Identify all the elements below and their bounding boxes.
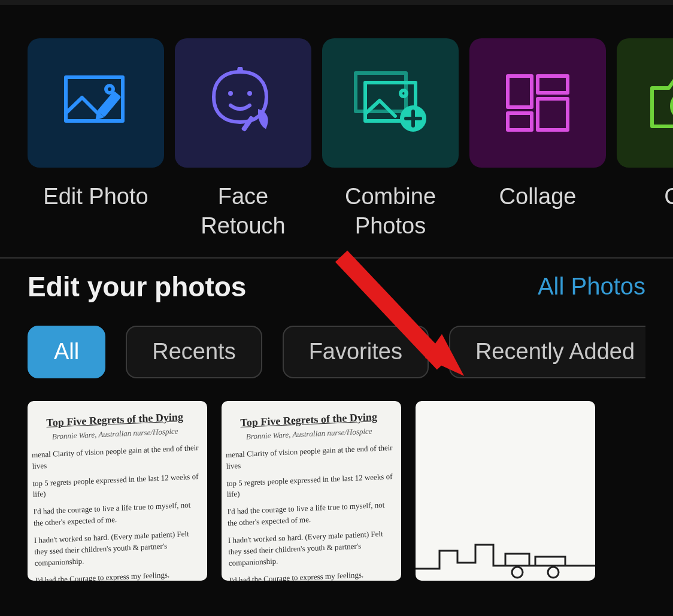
svg-point-3 (228, 91, 233, 96)
filter-row: All Recents Favorites Recently Added (28, 326, 645, 378)
combine-photos-icon (322, 38, 459, 168)
face-retouch-icon (175, 38, 311, 168)
svg-point-6 (401, 90, 407, 96)
svg-point-13 (512, 567, 523, 578)
svg-rect-8 (508, 76, 532, 107)
filter-favorites[interactable]: Favorites (283, 326, 429, 378)
tool-collage[interactable]: Collage (469, 38, 606, 241)
section-title: Edit your photos (28, 271, 246, 303)
tool-combine-photos[interactable]: Combine Photos (322, 38, 459, 241)
tool-label: Edit Photo (43, 182, 148, 211)
svg-rect-10 (538, 99, 568, 130)
sketch-preview (416, 533, 595, 581)
section-header: Edit your photos All Photos (28, 271, 645, 303)
tool-face-retouch[interactable]: Face Retouch (175, 38, 311, 241)
filter-all[interactable]: All (28, 326, 105, 378)
photos-row: Top Five Regrets of the Dying Bronnie Wa… (0, 401, 673, 581)
tool-label: Combine Photos (322, 182, 459, 241)
photo-thumbnail[interactable] (416, 401, 595, 581)
collage-icon (469, 38, 606, 168)
edit-photo-icon (28, 38, 164, 168)
capture-icon (617, 38, 673, 168)
tools-row: Edit Photo Face Retouch (0, 5, 673, 241)
document-preview: Top Five Regrets of the Dying Bronnie Wa… (222, 401, 401, 581)
svg-rect-9 (538, 76, 568, 93)
tool-label: Collage (499, 182, 577, 211)
filter-recents[interactable]: Recents (126, 326, 262, 378)
all-photos-link[interactable]: All Photos (538, 273, 645, 300)
tool-capture[interactable]: Cap (617, 38, 673, 241)
tool-label: Cap (664, 182, 673, 211)
photo-thumbnail[interactable]: Top Five Regrets of the Dying Bronnie Wa… (28, 401, 207, 581)
svg-rect-11 (508, 113, 532, 130)
photo-thumbnail[interactable]: Top Five Regrets of the Dying Bronnie Wa… (222, 401, 401, 581)
filter-recently-added[interactable]: Recently Added (449, 326, 645, 378)
svg-point-14 (548, 567, 559, 578)
tool-edit-photo[interactable]: Edit Photo (28, 38, 164, 241)
svg-rect-1 (97, 91, 122, 117)
svg-point-4 (247, 91, 252, 96)
document-preview: Top Five Regrets of the Dying Bronnie Wa… (28, 401, 207, 581)
svg-point-0 (106, 86, 113, 93)
tool-label: Face Retouch (175, 182, 311, 241)
edit-photos-section: Edit your photos All Photos All Recents … (0, 259, 673, 378)
top-bar (0, 0, 673, 5)
